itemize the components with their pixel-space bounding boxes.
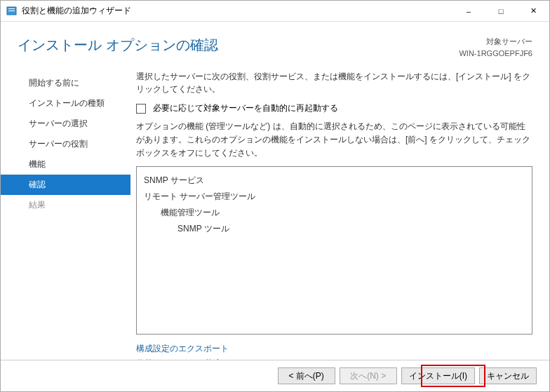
list-item: SNMP ツール [144, 221, 525, 237]
optional-feature-note: オプションの機能 (管理ツールなど) は、自動的に選択されるため、このページに表… [136, 120, 532, 161]
restart-checkbox-label: 必要に応じて対象サーバーを自動的に再起動する [153, 102, 338, 114]
sidebar-item-install-type[interactable]: インストールの種類 [1, 93, 130, 114]
list-item: SNMP サービス [144, 173, 525, 189]
target-server-block: 対象サーバー WIN-1RGGOEPFJF6 [459, 36, 532, 59]
restart-checkbox-row[interactable]: 必要に応じて対象サーバーを自動的に再起動する [136, 102, 532, 114]
maximize-button[interactable]: □ [485, 1, 517, 22]
footer: < 前へ(P) 次へ(N) > インストール(I) キャンセル [1, 360, 549, 391]
cancel-button[interactable]: キャンセル [479, 367, 537, 384]
install-button[interactable]: インストール(I) [401, 367, 475, 384]
export-config-link[interactable]: 構成設定のエクスポート [136, 342, 532, 357]
window-controls: – □ ✕ [452, 1, 549, 22]
body: 開始する前に インストールの種類 サーバーの選択 サーバーの役割 機能 確認 結… [1, 70, 549, 360]
page-title: インストール オプションの確認 [18, 36, 459, 55]
svg-rect-1 [8, 8, 15, 9]
header: インストール オプションの確認 対象サーバー WIN-1RGGOEPFJF6 [1, 22, 549, 70]
sidebar: 開始する前に インストールの種類 サーバーの選択 サーバーの役割 機能 確認 結… [1, 70, 130, 356]
links: 構成設定のエクスポート 代替ソース パスの指定 [136, 342, 532, 360]
minimize-button[interactable]: – [452, 1, 485, 22]
svg-rect-2 [8, 11, 15, 11]
sidebar-item-features[interactable]: 機能 [1, 154, 130, 175]
close-button[interactable]: ✕ [517, 1, 549, 22]
target-label: 対象サーバー [459, 36, 532, 48]
sidebar-item-before-begin[interactable]: 開始する前に [1, 73, 130, 93]
wizard-window: 役割と機能の追加ウィザード – □ ✕ インストール オプションの確認 対象サー… [0, 0, 550, 392]
titlebar: 役割と機能の追加ウィザード – □ ✕ [1, 1, 549, 22]
selection-list[interactable]: SNMP サービス リモート サーバー管理ツール 機能管理ツール SNMP ツー… [136, 166, 532, 334]
window-title: 役割と機能の追加ウィザード [22, 5, 452, 17]
list-item: リモート サーバー管理ツール [144, 189, 525, 205]
sidebar-item-confirm[interactable]: 確認 [1, 175, 130, 195]
sidebar-item-server-select[interactable]: サーバーの選択 [1, 114, 130, 134]
restart-checkbox[interactable] [136, 104, 146, 114]
prev-button[interactable]: < 前へ(P) [278, 367, 335, 384]
list-item: 機能管理ツール [144, 205, 525, 221]
target-name: WIN-1RGGOEPFJF6 [459, 48, 532, 60]
sidebar-item-server-roles[interactable]: サーバーの役割 [1, 134, 130, 154]
sidebar-item-results: 結果 [1, 195, 130, 215]
content: 選択したサーバーに次の役割、役割サービス、または機能をインストールするには、[イ… [130, 70, 549, 356]
instruction-text: 選択したサーバーに次の役割、役割サービス、または機能をインストールするには、[イ… [136, 70, 532, 95]
next-button: 次へ(N) > [340, 367, 397, 384]
wizard-icon [6, 6, 18, 17]
